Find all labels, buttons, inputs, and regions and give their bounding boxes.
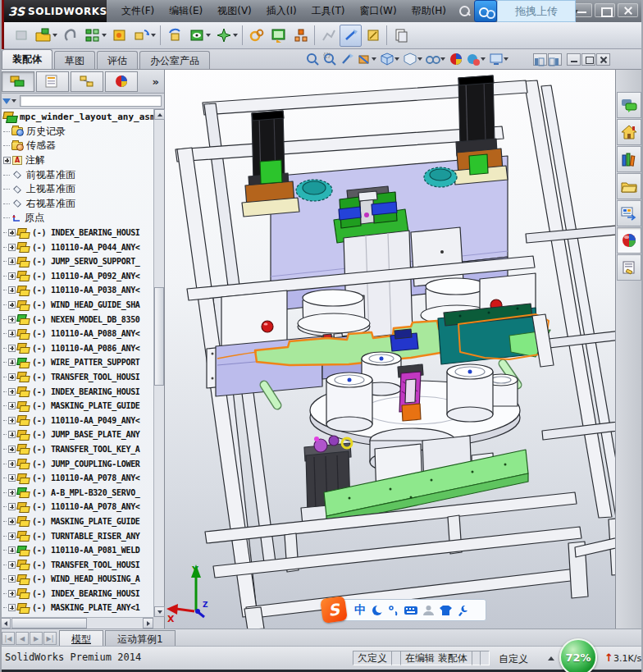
scroll-up-icon[interactable] [154,109,165,120]
expand-icon[interactable] [8,244,16,251]
reference-geometry-icon[interactable] [245,25,267,47]
ime-skin-icon[interactable] [440,605,452,615]
tree-item-right-plane[interactable]: 右视基准面 [0,197,153,212]
insert-component-icon[interactable] [32,25,54,47]
expand-icon[interactable] [8,460,16,468]
comments-button[interactable] [617,92,641,118]
rotate-component-icon[interactable] [163,25,185,47]
tree-component[interactable]: (-) TURNTABLE_RISER_ANY [0,528,153,543]
expand-icon[interactable] [8,561,16,569]
tree-component[interactable]: (-) NEXEN_MODEL_DB_8350 [0,312,153,327]
instant3d-icon[interactable] [340,25,362,47]
expand-icon[interactable] [8,533,16,540]
show-hidden-dropdown-icon[interactable] [206,34,211,37]
route-lines-icon[interactable] [317,25,340,47]
exploded-view-icon[interactable] [290,25,312,47]
tree-component[interactable]: (-) A-B_MPL-B320_SERVO_ [0,485,153,500]
ime-punctuation-icon[interactable] [389,605,399,616]
section-dropdown-icon[interactable] [372,57,376,61]
ime-language-icon[interactable]: 中 [354,603,366,618]
filter-icon[interactable] [2,98,11,104]
orientation-dropdown-icon[interactable] [394,57,399,61]
expand-icon[interactable] [8,272,16,280]
upload-app-icon[interactable] [474,0,497,22]
expand-icon[interactable] [3,157,11,164]
expand-icon[interactable] [8,229,16,236]
tab-assembly[interactable]: 装配体 [2,49,52,69]
expand-icon[interactable] [8,388,16,395]
expand-icon[interactable] [8,316,16,323]
filter-dropdown-icon[interactable] [11,99,16,103]
hide-show-items-icon[interactable] [425,51,441,67]
menu-tools[interactable]: 工具(T) [305,2,352,21]
tab-office-products[interactable]: 办公室产品 [139,51,210,69]
tree-item-annotations[interactable]: A注解 [0,153,153,168]
tree-vertical-scrollbar[interactable] [153,109,164,617]
tree-component[interactable]: (-) 110110-AA_P049_ANY< [0,413,153,427]
graphics-viewport[interactable]: Y X Z S 中 [165,70,615,629]
tree-item-sensors[interactable]: 传感器 [0,139,153,153]
menu-window[interactable]: 窗口(W) [353,2,403,21]
expand-icon[interactable] [8,575,16,583]
expand-icon[interactable] [8,359,16,366]
tree-component[interactable]: (-) 110110-AA_P044_ANY< [0,240,153,254]
tab-sketch[interactable]: 草图 [54,51,95,69]
tree-component[interactable]: (-) MASKING_PLATE_GUIDE [0,399,153,414]
expand-icon[interactable] [8,330,16,337]
tree-component[interactable]: (-) INDEX_BEARING_HOUSI [0,226,153,240]
tree-component[interactable]: (-) TRANSFER_TOOL_KEY_A [0,442,153,457]
ime-keyboard-icon[interactable] [404,606,417,615]
tab-scroll-first-icon[interactable]: |◀ [2,632,15,645]
doc-close-button[interactable] [596,53,610,66]
view-settings-dropdown-icon[interactable] [504,57,508,61]
tree-root[interactable]: mpc_winder_layout_any_asm [0,110,153,125]
tab-configuration-manager[interactable] [71,71,103,92]
linear-pattern-icon[interactable] [81,25,103,47]
tree-item-front-plane[interactable]: 前视基准面 [0,167,153,182]
features-dropdown-icon[interactable] [233,34,238,37]
expand-icon[interactable] [8,489,16,496]
zoom-fit-icon[interactable] [304,51,321,67]
upload-overlay[interactable]: 拖拽上传 [474,0,576,22]
tab-model[interactable]: 模型 [59,630,103,646]
take-snapshot-icon[interactable] [390,25,412,47]
isolate-icon[interactable] [362,25,384,47]
scroll-left-icon[interactable] [0,618,11,629]
maximize-button[interactable] [595,3,615,17]
scene-dropdown-icon[interactable] [481,57,486,61]
tree-component[interactable]: (-) TRANSFER_TOOL_HOUSI [0,557,153,572]
expand-icon[interactable] [8,301,16,309]
tree-component[interactable]: (-) MASKING_PLATE_GUIDE [0,514,153,529]
assembly-features-icon[interactable] [212,25,235,47]
mate-icon[interactable] [59,25,81,47]
view-settings-icon[interactable] [488,51,504,67]
expand-icon[interactable] [8,431,16,438]
previous-view-icon[interactable] [339,51,355,67]
tab-scroll-last-icon[interactable]: ▶| [43,632,57,645]
expand-icon[interactable] [8,345,16,352]
section-view-icon[interactable] [356,51,372,67]
expand-icon[interactable] [8,546,16,554]
hide-show-dropdown-icon[interactable] [440,57,445,61]
ime-user-icon[interactable] [423,605,434,615]
doc-minimize-button[interactable] [567,53,581,66]
tree-component[interactable]: (-) WIRE_PATTER_SUPPORT [0,355,153,370]
menu-insert[interactable]: 插入(I) [260,2,303,21]
tree-component[interactable]: (-) 110110-AA_P092_ANY< [0,269,153,284]
scrollbar-thumb[interactable] [154,287,164,386]
menu-edit[interactable]: 编辑(E) [162,2,209,21]
expand-icon[interactable] [8,474,16,482]
panel-chevron-icon[interactable]: » [153,75,162,88]
tree-component[interactable]: (-) 110110-AA_P078_ANY< [0,500,153,514]
tree-horizontal-scrollbar[interactable] [0,617,153,629]
custom-properties-button[interactable] [617,254,641,281]
expand-icon[interactable] [8,590,16,597]
scroll-right-icon[interactable] [143,618,153,629]
insert-component-dropdown-icon[interactable] [52,34,57,37]
tab-scroll-next-icon[interactable]: ▶ [30,632,43,645]
tab-property-manager[interactable] [36,71,69,92]
menu-file[interactable]: 文件(F) [115,2,161,21]
tree-item-history[interactable]: 历史记录 [0,125,153,139]
apply-scene-icon[interactable] [465,51,481,67]
move-component-icon[interactable] [130,25,153,47]
